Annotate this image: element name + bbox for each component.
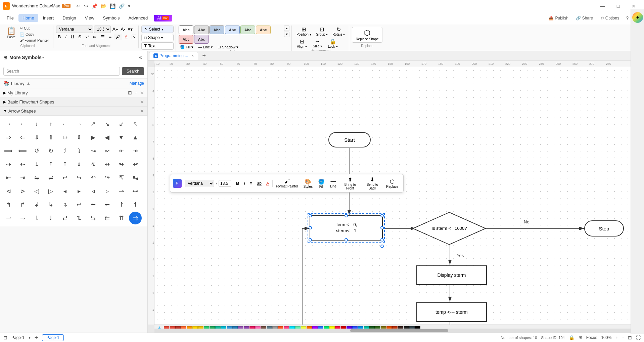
font-color-btn[interactable]: A — [123, 34, 129, 40]
arrow-shape-64[interactable]: ↴ — [58, 198, 71, 211]
arrow-shape-79[interactable]: ⇉ — [129, 212, 142, 224]
style-swatch-0[interactable]: Abc — [179, 26, 193, 34]
arrow-shape-63[interactable]: ↳ — [44, 198, 57, 211]
font-family-select[interactable]: Verdana — [56, 26, 93, 33]
redo-btn[interactable]: ↪ — [82, 2, 90, 10]
style-swatch-1[interactable]: Abc — [194, 26, 209, 34]
ft-italic-btn[interactable]: I — [242, 180, 247, 186]
arrow-shape-60[interactable]: ↰ — [2, 198, 15, 211]
arrow-shape-67[interactable]: ↽ — [101, 198, 113, 211]
canvas-drawing[interactable]: No Yes Start fterm <---0,sterm<---1 — [154, 67, 644, 325]
menu-design[interactable]: Design — [58, 14, 80, 22]
share-btn[interactable]: 🔗Share — [572, 14, 596, 22]
ft-font-color-btn[interactable]: A — [265, 180, 271, 186]
arrow-shape-34[interactable]: ⇞ — [58, 158, 71, 171]
search-input[interactable] — [3, 67, 120, 76]
cut-btn[interactable]: ✂ Cut — [18, 26, 50, 31]
style-swatch-4[interactable]: Abc — [240, 26, 255, 34]
arrow-shape-17[interactable]: ◀ — [101, 131, 113, 144]
fill-btn[interactable]: 🪣 Fill ▾ — [179, 44, 195, 50]
shape-display[interactable]: Display sterm — [416, 265, 487, 285]
arrow-shape-9[interactable]: ↖ — [129, 118, 142, 130]
ft-replace-btn[interactable]: ⬡ Replace — [384, 178, 401, 189]
arrow-shape-2[interactable]: ↓ — [30, 118, 43, 130]
arrow-shape-53[interactable]: ▷ — [44, 185, 57, 198]
arrow-shape-61[interactable]: ↱ — [16, 198, 29, 211]
arrow-shape-40[interactable]: ⇤ — [2, 171, 15, 184]
ft-format-painter-btn[interactable]: 🖌 Format Painter — [274, 178, 300, 189]
style-swatch-3[interactable]: Abc — [225, 26, 240, 34]
arrow-shape-11[interactable]: ⇐ — [16, 131, 29, 144]
arrow-shape-19[interactable]: ▲ — [129, 131, 142, 144]
style-swatch-2[interactable]: Abc — [210, 26, 224, 34]
lock-btn[interactable]: 🔒Lock ▾ — [325, 38, 340, 49]
arrow-shape-20[interactable]: ⟹ — [2, 144, 15, 157]
menu-home[interactable]: Home — [18, 14, 38, 22]
search-btn[interactable]: Search — [122, 67, 144, 75]
arrow-shape-10[interactable]: ⇒ — [2, 131, 15, 144]
rotate-btn[interactable]: ↻Rotate ▾ — [330, 26, 347, 37]
arrow-shape-43[interactable]: ⇌ — [44, 171, 57, 184]
ft-underline-btn[interactable]: ab — [256, 180, 263, 186]
arrow-shape-72[interactable]: ⇂ — [30, 212, 43, 224]
basic-flowchart-label[interactable]: Basic Flowchart Shapes — [7, 99, 54, 104]
ft-font-size[interactable] — [219, 180, 231, 187]
options-btn[interactable]: ⚙Options — [597, 14, 623, 22]
text-btn[interactable]: TText — [141, 42, 174, 50]
arrow-shape-70[interactable]: ⇀ — [2, 212, 15, 224]
zoom-out-btn[interactable]: - — [622, 335, 624, 340]
shadow-btn[interactable]: ☐ Shadow ▾ — [216, 44, 240, 50]
position-btn[interactable]: ⊞Position ▾ — [294, 26, 313, 37]
manage-link[interactable]: Manage — [130, 81, 144, 86]
save-btn[interactable]: 💾 — [108, 3, 117, 9]
arrow-shape-22[interactable]: ↺ — [30, 144, 43, 157]
menu-advanced[interactable]: Advanced — [124, 14, 152, 22]
open-btn[interactable]: 📂 — [99, 3, 108, 9]
italic-btn[interactable]: I — [63, 34, 68, 40]
arrow-shape-69[interactable]: ↿ — [129, 198, 142, 211]
arrow-shape-37[interactable]: ↭ — [101, 158, 113, 171]
arrow-shape-13[interactable]: ⇑ — [44, 131, 57, 144]
arrow-shape-23[interactable]: ↻ — [44, 144, 57, 157]
page1-tab[interactable]: Page-1 — [42, 334, 64, 341]
shape-start[interactable]: Start — [328, 132, 371, 147]
menu-view[interactable]: View — [81, 14, 98, 22]
my-library-close-btn[interactable]: ✕ — [140, 90, 144, 95]
font-increase-btn[interactable]: A+ — [112, 26, 119, 33]
arrow-shape-24[interactable]: ⤴ — [58, 144, 71, 157]
ft-bring-front-btn[interactable]: ⬆ Bring to Front — [340, 176, 361, 191]
menu-insert[interactable]: Insert — [39, 14, 58, 22]
collapse-sidebar-btn[interactable]: « — [137, 54, 144, 61]
font-color-bg-btn[interactable]: 🖌 — [114, 34, 122, 40]
arrow-shape-77[interactable]: ⇇ — [101, 212, 113, 224]
arrow-shapes-close[interactable]: ✕ — [140, 108, 144, 114]
arrow-shape-32[interactable]: ⇣ — [30, 158, 43, 171]
arrow-shape-31[interactable]: ⇠ — [16, 158, 29, 171]
arrow-shape-29[interactable]: ↠ — [129, 144, 142, 157]
arrow-shape-56[interactable]: ◃ — [87, 185, 99, 198]
arrow-shape-26[interactable]: ↝ — [87, 144, 99, 157]
list2-btn[interactable]: ≡ — [107, 34, 113, 40]
zoom-in-btn[interactable]: + — [615, 335, 618, 340]
arrow-shape-6[interactable]: ↗ — [87, 118, 99, 130]
focus-btn[interactable]: Focus — [586, 335, 597, 340]
publish-btn[interactable]: 📤Publish — [545, 14, 571, 22]
arrow-shape-59[interactable]: ⊷ — [129, 185, 142, 198]
ft-line-btn[interactable]: — Line — [328, 178, 338, 189]
arrow-shape-73[interactable]: ⇃ — [44, 212, 57, 224]
arrow-shape-33[interactable]: ⇡ — [44, 158, 57, 171]
arrow-shape-7[interactable]: ↘ — [101, 118, 113, 130]
arrow-shape-30[interactable]: ⇢ — [2, 158, 15, 171]
arrow-shape-68[interactable]: ↾ — [115, 198, 128, 211]
arrow-shape-38[interactable]: ↬ — [115, 158, 128, 171]
arrow-shapes-label[interactable]: Arrow Shapes — [8, 109, 36, 114]
arrow-shape-46[interactable]: ↶ — [87, 171, 99, 184]
arrow-shape-54[interactable]: ◂ — [58, 185, 71, 198]
arrow-shape-57[interactable]: ▹ — [101, 185, 113, 198]
collapse-styles-btn[interactable]: ▼ — [284, 32, 289, 37]
ft-font-select[interactable]: Verdana — [185, 180, 214, 187]
format-painter-btn[interactable]: 🖌 Format Painter — [18, 38, 50, 43]
group-btn[interactable]: ⊡Group ▾ — [314, 26, 330, 37]
replace-shape-btn[interactable]: ⬡ Replace Shape — [352, 27, 382, 43]
ai-assistant-icon[interactable]: ✦ — [632, 12, 643, 23]
